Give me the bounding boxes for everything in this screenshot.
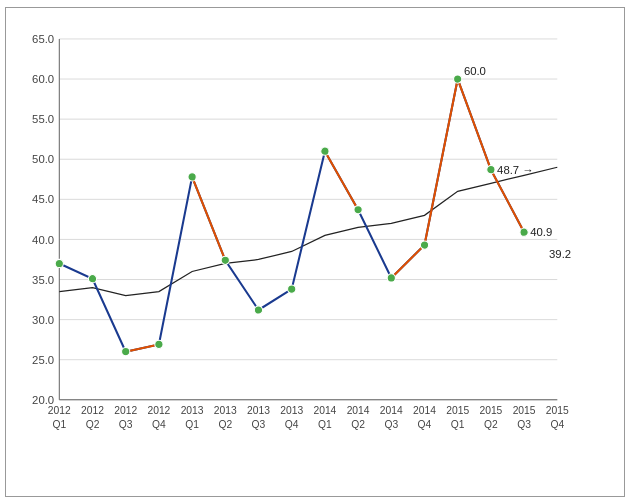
svg-text:Q3: Q3	[119, 419, 133, 430]
svg-text:Q4: Q4	[418, 419, 432, 430]
svg-text:Q1: Q1	[52, 419, 66, 430]
svg-text:Q2: Q2	[351, 419, 365, 430]
svg-text:35.0: 35.0	[32, 274, 54, 286]
svg-point-63	[88, 275, 96, 283]
svg-text:2013: 2013	[247, 405, 270, 416]
svg-point-75	[487, 166, 495, 174]
svg-text:2014: 2014	[413, 405, 436, 416]
svg-point-66	[188, 173, 196, 181]
svg-text:2012: 2012	[147, 405, 170, 416]
svg-text:48.7 →: 48.7 →	[497, 164, 534, 176]
svg-point-67	[221, 256, 229, 264]
svg-text:Q3: Q3	[384, 419, 398, 430]
chart-area: 20.025.030.035.040.045.050.055.060.065.0…	[16, 26, 614, 454]
svg-text:65.0: 65.0	[32, 33, 54, 45]
svg-text:Q2: Q2	[218, 419, 232, 430]
svg-text:2015: 2015	[513, 405, 536, 416]
svg-text:55.0: 55.0	[32, 113, 54, 125]
svg-point-73	[420, 241, 428, 249]
svg-point-65	[155, 340, 163, 348]
svg-point-68	[254, 306, 262, 314]
svg-text:Q2: Q2	[86, 419, 100, 430]
svg-text:2014: 2014	[380, 405, 403, 416]
svg-text:2012: 2012	[81, 405, 104, 416]
svg-text:39.2: 39.2	[549, 248, 571, 260]
svg-point-64	[122, 348, 130, 356]
svg-point-62	[55, 259, 63, 267]
svg-text:2014: 2014	[347, 405, 370, 416]
svg-text:40.0: 40.0	[32, 234, 54, 246]
svg-text:2013: 2013	[181, 405, 204, 416]
svg-text:2015: 2015	[446, 405, 469, 416]
svg-text:Q1: Q1	[318, 419, 332, 430]
svg-text:2015: 2015	[479, 405, 502, 416]
svg-point-70	[321, 147, 329, 155]
svg-text:45.0: 45.0	[32, 193, 54, 205]
svg-text:30.0: 30.0	[32, 314, 54, 326]
svg-text:Q3: Q3	[517, 419, 531, 430]
svg-text:Q3: Q3	[252, 419, 266, 430]
svg-text:Q1: Q1	[185, 419, 199, 430]
svg-point-74	[454, 75, 462, 83]
svg-text:20.0: 20.0	[32, 394, 54, 406]
svg-point-71	[354, 206, 362, 214]
svg-text:Q2: Q2	[484, 419, 498, 430]
chart-container: 20.025.030.035.040.045.050.055.060.065.0…	[5, 7, 625, 497]
svg-point-72	[387, 274, 395, 282]
svg-text:2013: 2013	[214, 405, 237, 416]
svg-text:50.0: 50.0	[32, 153, 54, 165]
svg-text:40.9: 40.9	[530, 226, 552, 238]
svg-text:2015: 2015	[546, 405, 569, 416]
svg-point-76	[520, 228, 528, 236]
chart-svg: 20.025.030.035.040.045.050.055.060.065.0…	[16, 26, 614, 454]
svg-text:60.0: 60.0	[464, 65, 486, 77]
svg-text:Q4: Q4	[550, 419, 564, 430]
svg-text:Q1: Q1	[451, 419, 465, 430]
svg-text:2014: 2014	[313, 405, 336, 416]
svg-text:25.0: 25.0	[32, 354, 54, 366]
svg-point-69	[288, 285, 296, 293]
svg-text:Q4: Q4	[152, 419, 166, 430]
svg-text:2012: 2012	[48, 405, 71, 416]
svg-text:Q4: Q4	[285, 419, 299, 430]
svg-text:2013: 2013	[280, 405, 303, 416]
svg-text:60.0: 60.0	[32, 73, 54, 85]
svg-text:2012: 2012	[114, 405, 137, 416]
